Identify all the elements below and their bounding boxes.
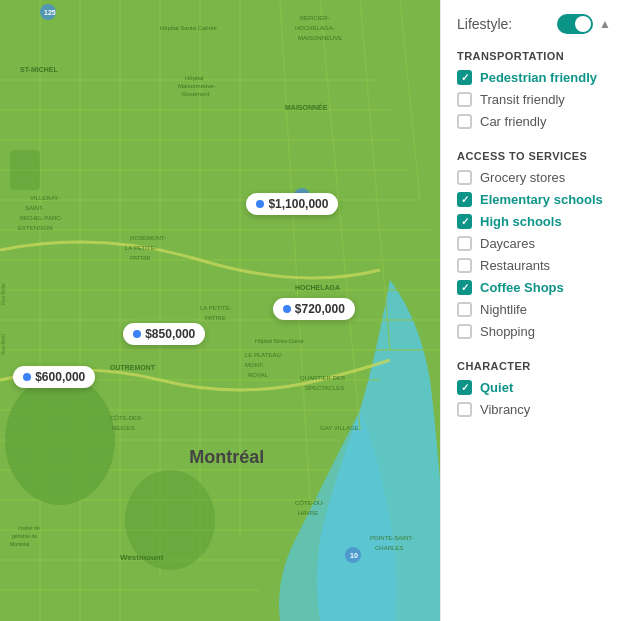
svg-text:MERCIER-: MERCIER- bbox=[300, 15, 330, 21]
filter-label: Car friendly bbox=[480, 114, 546, 129]
filter-item[interactable]: Restaurants bbox=[457, 258, 611, 273]
filter-label: Daycares bbox=[480, 236, 535, 251]
svg-text:Montréal: Montréal bbox=[10, 541, 29, 547]
svg-text:Rosemont: Rosemont bbox=[182, 91, 210, 97]
svg-text:MICHEL·PARC-: MICHEL·PARC- bbox=[20, 215, 63, 221]
section-title-2: CHARACTER bbox=[457, 360, 611, 372]
filter-label: Grocery stores bbox=[480, 170, 565, 185]
svg-text:LA PETITE-: LA PETITE- bbox=[200, 305, 232, 311]
svg-text:Hôpital Santa Cabrini: Hôpital Santa Cabrini bbox=[160, 25, 217, 31]
svg-text:HOCHELAGA-: HOCHELAGA- bbox=[295, 25, 335, 31]
svg-text:MAISONNEUVE: MAISONNEUVE bbox=[298, 35, 342, 41]
svg-text:CÔTE-DES-: CÔTE-DES- bbox=[110, 415, 143, 421]
filter-item[interactable]: High schools bbox=[457, 214, 611, 229]
filter-label: Elementary schools bbox=[480, 192, 603, 207]
svg-text:Hôpital Notre-Dame: Hôpital Notre-Dame bbox=[255, 338, 304, 344]
svg-text:Rue Bélai: Rue Bélai bbox=[0, 283, 6, 305]
filter-item[interactable]: Car friendly bbox=[457, 114, 611, 129]
svg-text:MONT-: MONT- bbox=[245, 362, 264, 368]
svg-text:QUARTIER DES: QUARTIER DES bbox=[300, 375, 345, 381]
filter-panel: Lifestyle: ▲ TRANSPORTATIONPedestrian fr… bbox=[440, 0, 627, 621]
checkbox[interactable] bbox=[457, 170, 472, 185]
lifestyle-label: Lifestyle: bbox=[457, 16, 512, 32]
svg-text:HAVRE: HAVRE bbox=[298, 510, 318, 516]
svg-text:Institut de: Institut de bbox=[18, 525, 40, 531]
collapse-icon[interactable]: ▲ bbox=[599, 17, 611, 31]
filter-label: Restaurants bbox=[480, 258, 550, 273]
checkbox[interactable] bbox=[457, 302, 472, 317]
map-background: ST-MICHEL VILLERAY- SAINT- MICHEL·PARC- … bbox=[0, 0, 440, 621]
svg-text:SAINT-: SAINT- bbox=[25, 205, 44, 211]
svg-text:CÔTE-DU-: CÔTE-DU- bbox=[295, 500, 324, 506]
checkbox[interactable] bbox=[457, 92, 472, 107]
svg-text:gériatrie de: gériatrie de bbox=[12, 533, 37, 539]
lifestyle-row: Lifestyle: ▲ bbox=[457, 14, 611, 34]
filter-label: High schools bbox=[480, 214, 562, 229]
checkbox[interactable] bbox=[457, 280, 472, 295]
svg-text:HOCHELAGA: HOCHELAGA bbox=[295, 284, 340, 291]
svg-text:ROSEMONT-: ROSEMONT- bbox=[130, 235, 166, 241]
filter-label: Transit friendly bbox=[480, 92, 565, 107]
filter-item[interactable]: Pedestrian friendly bbox=[457, 70, 611, 85]
svg-text:Hôpital: Hôpital bbox=[185, 75, 204, 81]
filter-label: Nightlife bbox=[480, 302, 527, 317]
svg-rect-31 bbox=[10, 150, 40, 190]
checkbox[interactable] bbox=[457, 192, 472, 207]
svg-text:EXTENSION: EXTENSION bbox=[18, 225, 53, 231]
svg-text:OUTREMONT: OUTREMONT bbox=[110, 364, 156, 371]
svg-point-29 bbox=[5, 375, 115, 505]
svg-text:ST-MICHEL: ST-MICHEL bbox=[20, 66, 58, 73]
checkbox[interactable] bbox=[457, 236, 472, 251]
filter-item[interactable]: Elementary schools bbox=[457, 192, 611, 207]
svg-text:SPECTACLES: SPECTACLES bbox=[305, 385, 344, 391]
filter-label: Vibrancy bbox=[480, 402, 530, 417]
section-divider bbox=[457, 139, 611, 140]
filter-item[interactable]: Vibrancy bbox=[457, 402, 611, 417]
checkbox[interactable] bbox=[457, 214, 472, 229]
checkbox[interactable] bbox=[457, 380, 472, 395]
svg-text:PATRIE: PATRIE bbox=[130, 255, 151, 261]
filter-item[interactable]: Transit friendly bbox=[457, 92, 611, 107]
svg-text:LA PETITE-: LA PETITE- bbox=[125, 245, 157, 251]
filter-label: Pedestrian friendly bbox=[480, 70, 597, 85]
checkbox[interactable] bbox=[457, 70, 472, 85]
svg-text:Westmount: Westmount bbox=[120, 553, 164, 562]
filter-item[interactable]: Daycares bbox=[457, 236, 611, 251]
checkbox[interactable] bbox=[457, 324, 472, 339]
filter-label: Shopping bbox=[480, 324, 535, 339]
svg-text:PATRIE: PATRIE bbox=[205, 315, 226, 321]
svg-text:139: 139 bbox=[299, 193, 311, 200]
filter-label: Quiet bbox=[480, 380, 513, 395]
lifestyle-toggle[interactable] bbox=[557, 14, 593, 34]
filter-item[interactable]: Grocery stores bbox=[457, 170, 611, 185]
lifestyle-controls: ▲ bbox=[557, 14, 611, 34]
svg-text:NEIGES: NEIGES bbox=[112, 425, 135, 431]
filter-item[interactable]: Shopping bbox=[457, 324, 611, 339]
svg-text:125: 125 bbox=[44, 9, 56, 16]
svg-text:MAISONNÉE: MAISONNÉE bbox=[285, 103, 328, 111]
svg-text:LE PLATEAU-: LE PLATEAU- bbox=[245, 352, 283, 358]
checkbox[interactable] bbox=[457, 114, 472, 129]
checkbox[interactable] bbox=[457, 258, 472, 273]
svg-text:Maisonneuve-: Maisonneuve- bbox=[178, 83, 216, 89]
section-title-1: ACCESS TO SERVICES bbox=[457, 150, 611, 162]
filter-sections: TRANSPORTATIONPedestrian friendlyTransit… bbox=[457, 50, 611, 417]
filter-item[interactable]: Coffee Shops bbox=[457, 280, 611, 295]
svg-text:GAY VILLAGE: GAY VILLAGE bbox=[320, 425, 359, 431]
svg-text:10: 10 bbox=[350, 552, 358, 559]
svg-text:ROYAL: ROYAL bbox=[248, 372, 269, 378]
filter-label: Coffee Shops bbox=[480, 280, 564, 295]
checkbox[interactable] bbox=[457, 402, 472, 417]
filter-item[interactable]: Nightlife bbox=[457, 302, 611, 317]
section-title-0: TRANSPORTATION bbox=[457, 50, 611, 62]
map-container: ST-MICHEL VILLERAY- SAINT- MICHEL·PARC- … bbox=[0, 0, 440, 621]
map-svg: ST-MICHEL VILLERAY- SAINT- MICHEL·PARC- … bbox=[0, 0, 440, 621]
svg-text:CHARLES: CHARLES bbox=[375, 545, 403, 551]
svg-text:POINTE-SAINT-: POINTE-SAINT- bbox=[370, 535, 414, 541]
section-divider bbox=[457, 349, 611, 350]
svg-text:VILLERAY-: VILLERAY- bbox=[30, 195, 60, 201]
svg-text:Rue Berti: Rue Berti bbox=[0, 334, 6, 355]
filter-item[interactable]: Quiet bbox=[457, 380, 611, 395]
